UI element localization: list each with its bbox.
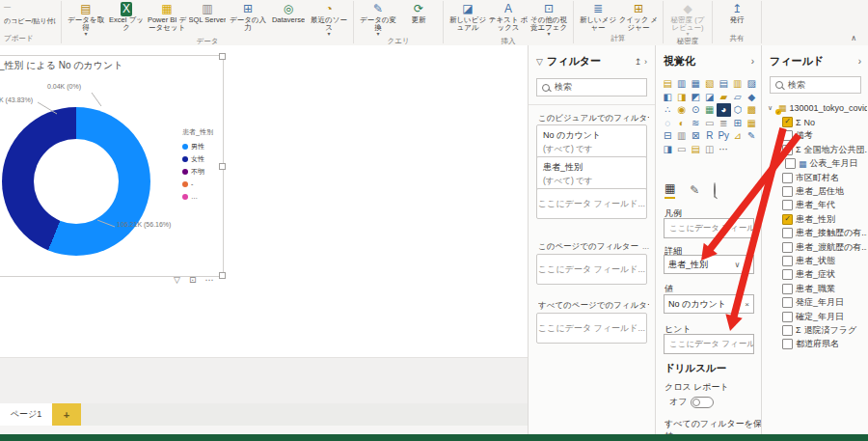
field-checkbox[interactable] (782, 339, 793, 349)
ribbon-button[interactable]: ⊡その他の視覚エフェクト▾ (529, 2, 569, 37)
visualizations-pane-collapse-icon[interactable]: › (751, 56, 754, 67)
page-filter-drop-area[interactable]: ここにデータ フィールド... (536, 254, 647, 285)
tooltips-well-drop-area[interactable]: ここにデータ フィールド... (664, 334, 754, 354)
more-options-icon[interactable]: ⋯ (204, 275, 213, 285)
filter-search-input[interactable]: 検索 (536, 78, 647, 96)
remove-field-icon[interactable]: × (745, 261, 749, 269)
field-row-市区町村名[interactable]: 市区町村名 (766, 171, 867, 184)
ribbon-button[interactable]: ⟳更新 (398, 2, 439, 37)
field-row-患者_症状[interactable]: 患者_症状 (766, 268, 867, 282)
ribbon-button[interactable]: XExcel ブック (106, 2, 147, 37)
filter-card-count-of-no[interactable]: No のカウント (すべて) です (536, 124, 647, 160)
visual-type-icon[interactable]: ▭ (675, 143, 690, 156)
filter-pane-pin-icon[interactable]: ↥ (635, 57, 642, 67)
filter-pane-collapse-icon[interactable]: › (644, 57, 647, 67)
field-row-患者_渡航歴の有...[interactable]: 患者_渡航歴の有... (766, 240, 867, 254)
filter-card-patient-gender[interactable]: 患者_性別 (すべて) です (536, 156, 647, 192)
ribbon-button[interactable]: ◪新しいビジュアル (448, 2, 488, 37)
table-row[interactable]: ∨▦130001_tokyo_covid19_... (766, 101, 867, 115)
resize-handle[interactable] (219, 272, 226, 279)
visual-type-icon[interactable]: ⊠ (689, 129, 703, 143)
format-painter-button[interactable]: のコピー/貼り付け (4, 16, 56, 26)
ribbon-button[interactable]: ✎データの変換▾ (358, 2, 398, 37)
visual-type-icon[interactable]: ∴ (661, 103, 675, 117)
resize-handle[interactable] (219, 163, 226, 170)
ribbon-button[interactable]: ≣新しいメジャー (578, 2, 618, 32)
field-row-備考[interactable]: 備考 (766, 129, 867, 143)
field-row-全国地方公共団...[interactable]: Σ全国地方公共団... (766, 143, 867, 156)
visual-type-icon[interactable]: ▥ (675, 129, 690, 143)
visual-type-icon[interactable]: ≋ (689, 117, 703, 130)
field-row-患者_性別[interactable]: ✓患者_性別 (766, 212, 867, 226)
chevron-down-icon[interactable]: ∨ (734, 261, 740, 269)
visual-type-icon[interactable]: ◨ (675, 91, 690, 104)
ribbon-button[interactable]: ◔最近のソース▾ (309, 2, 349, 37)
visual-type-icon[interactable]: ⊙ (689, 103, 703, 117)
visual-type-icon[interactable]: ◌ (661, 117, 675, 130)
field-checkbox[interactable]: ✓ (782, 117, 793, 127)
ribbon-button[interactable]: ⊞クイック メジャー (618, 2, 659, 32)
fields-pane-collapse-icon[interactable]: › (858, 56, 861, 67)
field-row-患者_職業[interactable]: 患者_職業 (766, 282, 867, 295)
field-checkbox[interactable] (782, 186, 793, 197)
visual-filter-icon[interactable]: ▽ (174, 275, 180, 285)
cross-report-toggle[interactable] (691, 397, 714, 408)
visual-type-icon[interactable]: ⬡ (731, 103, 746, 117)
visual-type-icon[interactable]: ▥ (675, 77, 690, 91)
visual-type-icon[interactable]: ▱ (731, 91, 746, 104)
legend-well-drop-area[interactable]: ここにデータ フィールド (664, 218, 754, 238)
visual-type-icon[interactable]: ▦ (689, 77, 703, 91)
new-page-button[interactable]: + (52, 403, 81, 426)
ribbon-button[interactable]: ⊞データの入力 (228, 2, 268, 37)
visual-filter-drop-area[interactable]: ここにデータ フィールド... (536, 188, 647, 219)
field-row-患者_年代[interactable]: 患者_年代 (766, 199, 867, 212)
ribbon-button[interactable]: ◆秘密度 (プレビュー)▾ (667, 2, 708, 37)
visual-type-icon[interactable]: ≣ (717, 117, 731, 130)
field-checkbox[interactable] (782, 228, 793, 238)
visual-type-icon[interactable]: ▩ (745, 103, 759, 117)
visual-type-icon[interactable]: ▦ (703, 103, 718, 117)
field-checkbox[interactable]: ✓ (782, 214, 793, 225)
visual-type-icon[interactable]: ▤ (717, 77, 731, 91)
field-checkbox[interactable] (785, 158, 796, 169)
visual-type-icon[interactable]: ⊟ (661, 129, 675, 143)
visual-type-icon[interactable]: ✎ (745, 129, 759, 143)
visual-type-icon[interactable]: ▤ (661, 77, 675, 91)
visual-type-icon[interactable]: ◨ (661, 143, 675, 156)
ribbon-button[interactable]: ▥SQL Server (187, 2, 228, 37)
field-checkbox[interactable] (782, 242, 793, 253)
chevron-down-icon[interactable]: ∨ (734, 300, 740, 309)
ribbon-button[interactable]: ◎Dataverse (268, 2, 309, 37)
visual-type-icon[interactable]: ▰ (717, 91, 731, 104)
visual-type-icon[interactable]: Py (717, 129, 731, 143)
field-checkbox[interactable] (782, 325, 793, 336)
ribbon-button[interactable]: Aテキスト ボックス (488, 2, 529, 37)
ribbon-collapse-icon[interactable]: ∧ (851, 34, 856, 42)
visual-type-icon[interactable]: ⋯ (717, 143, 731, 156)
visual-type-icon[interactable]: ▭ (703, 117, 718, 130)
visual-type-icon[interactable]: R (703, 129, 718, 143)
page-tab[interactable]: ページ1 (0, 403, 52, 426)
visual-type-icon[interactable]: ◫ (703, 143, 718, 156)
expand-icon[interactable]: › (774, 160, 782, 167)
visual-type-icon[interactable]: ⊿ (731, 129, 746, 143)
field-row-都道府県名[interactable]: 都道府県名 (766, 338, 867, 351)
collapse-icon[interactable]: ∨ (768, 104, 775, 112)
section-more-icon[interactable]: ... (642, 241, 649, 253)
field-checkbox[interactable] (782, 200, 793, 210)
values-well-chip[interactable]: No のカウント ∨ × (664, 294, 754, 314)
tab-fields[interactable]: ▦ (665, 181, 675, 199)
tab-format[interactable]: ✎ (690, 183, 699, 199)
details-well-chip[interactable]: 患者_性別 ∨ × (664, 255, 754, 274)
field-row-患者_状態[interactable]: 患者_状態 (766, 254, 867, 267)
field-row-退院済フラグ[interactable]: Σ退院済フラグ (766, 323, 867, 337)
paste-stub[interactable]: — (4, 3, 11, 10)
field-row-発症_年月日[interactable]: 発症_年月日 (766, 295, 867, 309)
field-checkbox[interactable] (782, 297, 793, 308)
ribbon-button[interactable]: ↥発行 (717, 2, 757, 32)
field-checkbox[interactable] (782, 312, 793, 322)
field-checkbox[interactable] (782, 269, 793, 280)
field-checkbox[interactable] (782, 173, 793, 183)
field-checkbox[interactable] (782, 130, 793, 141)
tab-analytics[interactable] (714, 183, 716, 199)
